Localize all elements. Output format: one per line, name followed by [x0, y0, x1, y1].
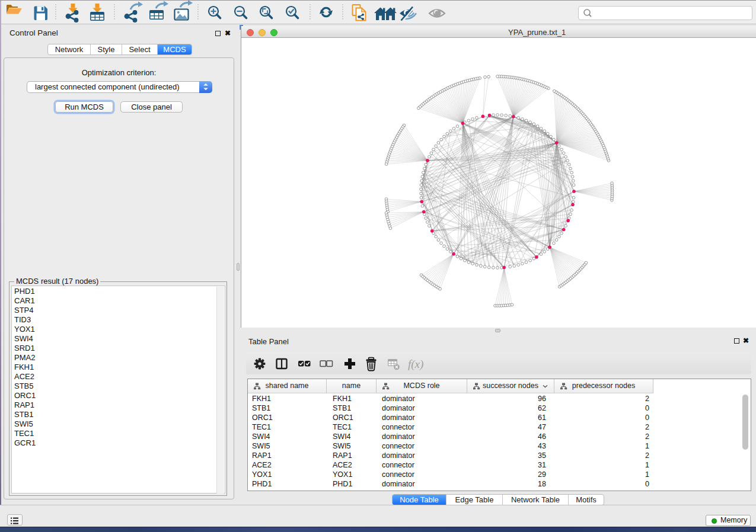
svg-text:f(x): f(x) — [408, 358, 423, 371]
